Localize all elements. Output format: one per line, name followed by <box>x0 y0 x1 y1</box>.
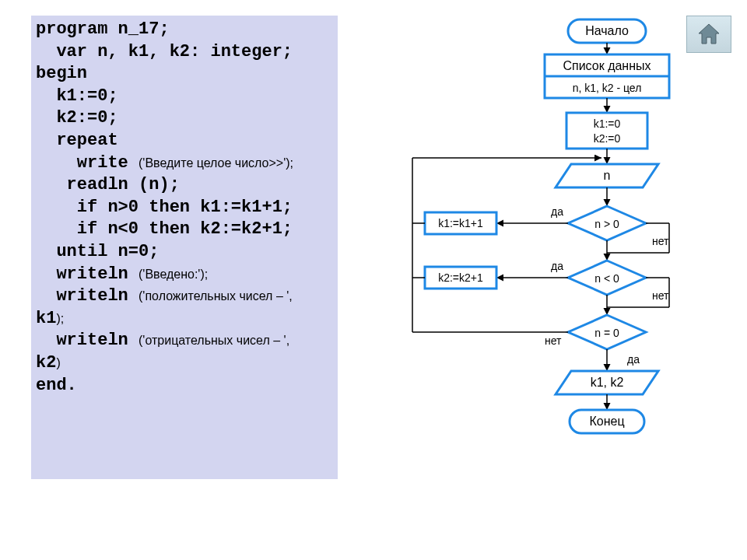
code-line: k1:=0; <box>36 86 333 108</box>
flow-cond2-label: n < 0 <box>594 272 619 285</box>
code-line: k2:=0; <box>36 107 333 130</box>
flow-start-label: Начало <box>585 24 629 37</box>
code-line: begin <box>36 63 333 86</box>
flow-init1: k1:=0 <box>594 117 621 130</box>
flow-input-label: n <box>604 169 611 182</box>
code-line: write ('Введите целое число>>'); <box>36 152 333 175</box>
flow-act1-label: k1:=k1+1 <box>438 217 483 229</box>
pascal-code-panel: program n_17; var n, k1, k2: integer; be… <box>31 16 338 479</box>
flow-data-vars: n, k1, k2 - цел <box>573 82 642 94</box>
code-line: k2) <box>36 352 333 375</box>
code-line: until n=0; <box>36 241 333 264</box>
flow-data-header: Список данных <box>563 59 651 72</box>
code-line: if n>0 then k1:=k1+1; <box>36 197 333 219</box>
code-line: var n, k1, k2: integer; <box>36 41 333 64</box>
flow-output-label: k1, k2 <box>591 376 624 389</box>
flowchart: Начало Список данных n, k1, k2 - цел k1:… <box>397 12 739 556</box>
flow-yes2: да <box>551 260 563 272</box>
flow-init2: k2:=0 <box>594 132 621 145</box>
flow-cond1-label: n > 0 <box>594 218 619 230</box>
code-line: repeat <box>36 130 333 152</box>
code-line: program n_17; <box>36 19 333 41</box>
code-line: writeln ('положительных чисел – ', <box>36 285 333 308</box>
code-line: k1); <box>36 308 333 331</box>
flow-yes1: да <box>551 205 563 218</box>
flow-end-label: Конец <box>589 415 624 428</box>
flow-no2: нет <box>652 289 669 302</box>
code-line: readln (n); <box>36 174 333 197</box>
flow-yes3: да <box>627 353 640 366</box>
flow-act2-label: k2:=k2+1 <box>438 271 483 284</box>
code-line: if n<0 then k2:=k2+1; <box>36 219 333 241</box>
code-line: end. <box>36 375 333 397</box>
code-line: writeln ('отрицательных чисел – ', <box>36 330 333 352</box>
flow-cond3-label: n = 0 <box>594 327 619 339</box>
flow-no3: нет <box>545 334 562 347</box>
code-line: writeln ('Введено:'); <box>36 264 333 286</box>
flow-no1: нет <box>652 235 669 247</box>
